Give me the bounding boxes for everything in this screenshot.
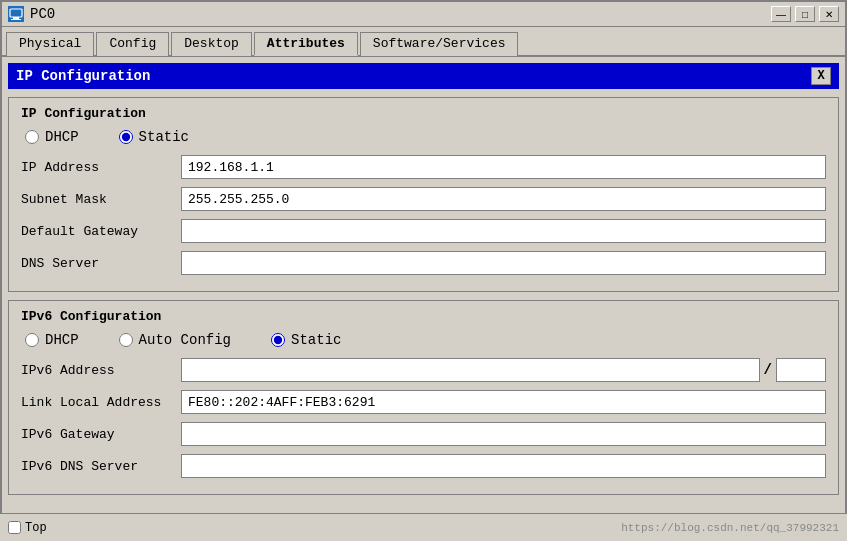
- default-gateway-row: Default Gateway: [21, 219, 826, 243]
- minimize-button[interactable]: —: [771, 6, 791, 22]
- app-icon: [8, 6, 24, 22]
- tab-attributes[interactable]: Attributes: [254, 32, 358, 56]
- title-bar-controls: — □ ✕: [771, 6, 839, 22]
- ipv6-prefix-input[interactable]: [776, 358, 826, 382]
- ipv6-auto-option[interactable]: Auto Config: [119, 332, 231, 348]
- ipv6-gateway-label: IPv6 Gateway: [21, 427, 181, 442]
- ipv4-section: IP Configuration DHCP Static IP Address …: [8, 97, 839, 292]
- ipv6-dhcp-radio[interactable]: [25, 333, 39, 347]
- ipv6-static-radio[interactable]: [271, 333, 285, 347]
- ip-address-row: IP Address: [21, 155, 826, 179]
- ip-config-header-title: IP Configuration: [16, 68, 150, 84]
- ipv6-section-title: IPv6 Configuration: [21, 309, 826, 324]
- static-radio[interactable]: [119, 130, 133, 144]
- ipv6-auto-label: Auto Config: [139, 332, 231, 348]
- watermark: https://blog.csdn.net/qq_37992321: [621, 522, 839, 534]
- ipv6-mode-row: DHCP Auto Config Static: [21, 332, 826, 348]
- ipv6-dns-label: IPv6 DNS Server: [21, 459, 181, 474]
- dhcp-radio[interactable]: [25, 130, 39, 144]
- ipv6-gateway-input[interactable]: [181, 422, 826, 446]
- title-bar-left: PC0: [8, 6, 55, 22]
- ipv6-address-row: IPv6 Address /: [21, 358, 826, 382]
- default-gateway-label: Default Gateway: [21, 224, 181, 239]
- ipv6-dns-input[interactable]: [181, 454, 826, 478]
- ipv6-address-inputs: /: [181, 358, 826, 382]
- link-local-label: Link Local Address: [21, 395, 181, 410]
- subnet-mask-input[interactable]: [181, 187, 826, 211]
- svg-rect-1: [13, 17, 19, 19]
- subnet-mask-label: Subnet Mask: [21, 192, 181, 207]
- tab-physical[interactable]: Physical: [6, 32, 94, 56]
- dhcp-label: DHCP: [45, 129, 79, 145]
- top-label: Top: [25, 521, 47, 535]
- bottom-bar: Top https://blog.csdn.net/qq_37992321: [0, 513, 847, 541]
- link-local-row: Link Local Address: [21, 390, 826, 414]
- ipv6-address-label: IPv6 Address: [21, 363, 181, 378]
- subnet-mask-row: Subnet Mask: [21, 187, 826, 211]
- maximize-button[interactable]: □: [795, 6, 815, 22]
- close-button[interactable]: ✕: [819, 6, 839, 22]
- ip-address-input[interactable]: [181, 155, 826, 179]
- link-local-input[interactable]: [181, 390, 826, 414]
- ipv4-section-title: IP Configuration: [21, 106, 826, 121]
- section-close-button[interactable]: X: [811, 67, 831, 85]
- top-checkbox[interactable]: [8, 521, 21, 534]
- dns-server-row: DNS Server: [21, 251, 826, 275]
- default-gateway-input[interactable]: [181, 219, 826, 243]
- ip-config-header: IP Configuration X: [8, 63, 839, 89]
- title-bar: PC0 — □ ✕: [2, 2, 845, 27]
- dhcp-option[interactable]: DHCP: [25, 129, 79, 145]
- ipv6-dns-row: IPv6 DNS Server: [21, 454, 826, 478]
- svg-rect-0: [10, 9, 22, 17]
- ip-address-label: IP Address: [21, 160, 181, 175]
- static-option[interactable]: Static: [119, 129, 189, 145]
- dns-server-input[interactable]: [181, 251, 826, 275]
- ipv6-dhcp-option[interactable]: DHCP: [25, 332, 79, 348]
- tab-config[interactable]: Config: [96, 32, 169, 56]
- ipv6-address-input[interactable]: [181, 358, 760, 382]
- window-title: PC0: [30, 6, 55, 22]
- ipv6-gateway-row: IPv6 Gateway: [21, 422, 826, 446]
- ipv6-static-label: Static: [291, 332, 341, 348]
- ipv6-auto-radio[interactable]: [119, 333, 133, 347]
- ipv6-slash: /: [764, 362, 772, 378]
- top-checkbox-label[interactable]: Top: [8, 521, 47, 535]
- svg-rect-2: [11, 19, 21, 20]
- ipv6-static-option[interactable]: Static: [271, 332, 341, 348]
- main-content: IP Configuration X IP Configuration DHCP…: [2, 57, 845, 518]
- tabs-bar: Physical Config Desktop Attributes Softw…: [2, 27, 845, 57]
- ipv6-dhcp-label: DHCP: [45, 332, 79, 348]
- static-label: Static: [139, 129, 189, 145]
- tab-desktop[interactable]: Desktop: [171, 32, 252, 56]
- ipv4-mode-row: DHCP Static: [21, 129, 826, 145]
- ipv6-section: IPv6 Configuration DHCP Auto Config Stat…: [8, 300, 839, 495]
- tab-software-services[interactable]: Software/Services: [360, 32, 519, 56]
- dns-server-label: DNS Server: [21, 256, 181, 271]
